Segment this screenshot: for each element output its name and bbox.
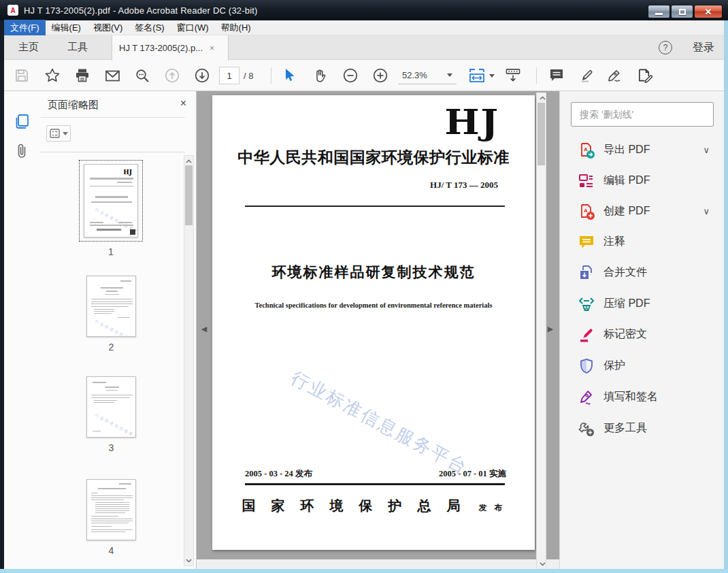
tab-close-icon[interactable]: × (210, 44, 214, 53)
menu-file[interactable]: 文件(F) (4, 20, 46, 36)
thumbnail-page-3[interactable]: 行业标准信息服务平台 3 (86, 376, 136, 453)
scrolling-mode-button[interactable] (505, 67, 521, 84)
print-icon (75, 68, 90, 83)
fill-sign-icon (578, 389, 595, 406)
tool-label: 注释 (603, 235, 625, 249)
hand-tool-button[interactable] (312, 67, 328, 84)
main-toolbar: 1 / 8 52.3% (4, 60, 724, 91)
tool-protect[interactable]: 保护 (560, 350, 725, 381)
email-button[interactable] (104, 67, 120, 84)
next-page-button[interactable] (194, 67, 210, 84)
tool-compress-pdf[interactable]: A 压缩 PDF (560, 289, 725, 319)
doc-implementation-date: 2005 - 07 - 01 实施 (439, 468, 506, 480)
horizontal-scrollbar-track[interactable] (197, 559, 559, 569)
more-tools-button[interactable] (637, 67, 653, 84)
close-button[interactable]: ✕ (694, 5, 723, 18)
tab-document[interactable]: HJ T 173-2005(2).p... × (112, 35, 229, 61)
menu-edit[interactable]: 编辑(E) (46, 20, 87, 36)
chevron-down-icon (489, 74, 495, 78)
thumbnail-label: 1 (108, 246, 114, 257)
print-button[interactable] (74, 67, 90, 84)
expand-right-panel-button[interactable]: ▶ (546, 321, 555, 336)
tab-tools[interactable]: 工具 (53, 35, 102, 59)
doc-title-en: Technical specifications for development… (212, 301, 535, 309)
fit-width-dropdown[interactable] (489, 67, 495, 84)
page-thumbnails-panel-button[interactable] (14, 113, 30, 129)
chevron-down-icon[interactable]: ∨ (703, 145, 710, 155)
acrobat-window: A HJ T 173-2005(2).pdf - Adobe Acrobat R… (0, 0, 728, 573)
star-icon (44, 67, 61, 84)
thumbnail-page-4[interactable]: 4 (86, 479, 136, 556)
highlight-tool-button[interactable] (578, 67, 594, 84)
comment-tool-button[interactable] (548, 67, 565, 84)
search-tools-input[interactable] (571, 102, 714, 127)
thumbnail-options-button[interactable] (46, 125, 71, 142)
save-button[interactable] (14, 67, 30, 84)
zoom-in-button[interactable] (372, 67, 388, 84)
tool-more-tools[interactable]: 更多工具 (560, 413, 725, 444)
help-icon[interactable]: ? (659, 41, 672, 54)
minimize-button[interactable] (648, 5, 670, 18)
favorites-button[interactable] (44, 67, 61, 84)
fill-sign-tool-button[interactable] (607, 67, 623, 84)
tab-home[interactable]: 主页 (4, 35, 53, 59)
menu-help[interactable]: 帮助(H) (215, 20, 257, 36)
chevron-down-icon (447, 73, 452, 77)
page-number-input[interactable]: 1 (219, 67, 239, 84)
doc-standard-number: HJ/ T 173 — 2005 (430, 180, 498, 191)
tool-edit-pdf[interactable]: 编辑 PDF (560, 165, 725, 196)
save-icon (14, 68, 29, 83)
page-count-label: / 8 (244, 67, 253, 84)
scroll-down-icon[interactable] (538, 559, 547, 568)
sign-in-button[interactable]: 登录 (693, 41, 714, 55)
zoom-level-dropdown[interactable]: 52.3% (398, 66, 457, 84)
scroll-up-icon[interactable] (538, 93, 547, 102)
tool-label: 保护 (603, 359, 625, 373)
menu-sign[interactable]: 签名(S) (129, 20, 170, 36)
pdf-page-1: HJ 中华人民共和国国家环境保护行业标准 HJ/ T 173 — 2005 环境… (212, 95, 535, 550)
maximize-button[interactable] (671, 5, 693, 18)
scrollbar-thumb[interactable] (185, 165, 193, 225)
thumbnails-scrollbar[interactable] (184, 155, 194, 566)
export-pdf-icon: A (578, 142, 595, 159)
attachments-panel-button[interactable] (14, 143, 30, 159)
menu-window[interactable]: 窗口(W) (171, 20, 215, 36)
fill-sign-icon (607, 67, 623, 84)
scroll-down-icon[interactable] (184, 556, 193, 565)
thumbnail-page-1[interactable]: HJ 行业标准信息服务平台 1 (79, 160, 143, 257)
tool-redact[interactable]: 标记密文 (560, 319, 725, 350)
tool-fill-sign[interactable]: 填写和签名 (560, 382, 725, 412)
arrow-down-icon (194, 67, 210, 84)
fit-width-button[interactable] (467, 67, 487, 84)
find-button[interactable] (134, 67, 150, 84)
tool-label: 创建 PDF (603, 204, 650, 218)
scroll-up-icon[interactable] (184, 157, 193, 165)
select-tool-button[interactable] (282, 67, 298, 84)
tool-comment[interactable]: 注释 (560, 227, 725, 257)
tool-combine-files[interactable]: 合并文件 (560, 257, 725, 288)
scrollbar-thumb[interactable] (537, 103, 545, 165)
maximize-icon (679, 9, 686, 15)
chevron-down-icon[interactable]: ∨ (703, 206, 710, 216)
tool-label: 压缩 PDF (603, 297, 650, 311)
tool-create-pdf[interactable]: A 创建 PDF ∨ (560, 196, 725, 227)
document-view: HJ 中华人民共和国国家环境保护行业标准 HJ/ T 173 — 2005 环境… (197, 91, 559, 569)
doc-issue-date: 2005 - 03 - 24 发布 (245, 468, 312, 480)
document-scrollbar[interactable] (536, 93, 546, 569)
comment-icon (548, 67, 565, 84)
doc-heading: 中华人民共和国国家环境保护行业标准 (212, 147, 535, 168)
highlighter-icon (578, 67, 594, 84)
zoom-out-button[interactable] (342, 67, 359, 84)
doc-rule (245, 206, 505, 207)
doc-publisher: 国 家 环 境 保 护 总 局 (242, 498, 467, 513)
previous-page-button[interactable] (164, 67, 180, 84)
panel-close-icon[interactable]: × (180, 97, 186, 110)
thumbnail-label: 2 (109, 342, 114, 353)
doc-title-cn: 环境标准样品研复制技术规范 (212, 263, 535, 282)
collapse-left-panel-button[interactable]: ◀ (199, 321, 209, 336)
tool-label: 导出 PDF (603, 143, 650, 157)
tool-export-pdf[interactable]: A 导出 PDF ∨ (560, 135, 725, 165)
thumbnail-page-2[interactable]: 行业标准信息服务平台 2 (86, 276, 136, 353)
menu-view[interactable]: 视图(V) (87, 20, 129, 36)
tool-label: 标记密文 (603, 327, 647, 342)
